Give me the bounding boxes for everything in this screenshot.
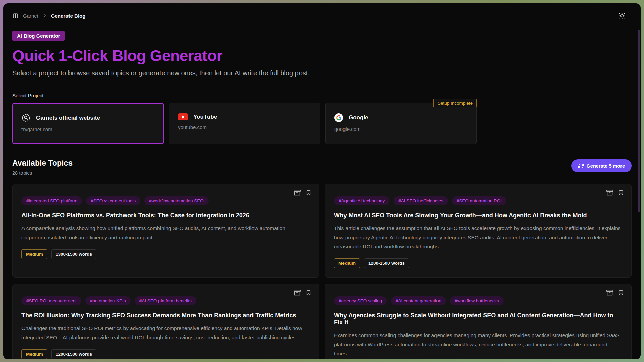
topic-tag: #SEO ROI measurement <box>21 296 81 305</box>
archive-icon[interactable] <box>606 189 613 196</box>
select-project-label: Select Project <box>12 93 632 98</box>
setup-incomplete-badge: Setup Incomplete <box>433 99 477 107</box>
word-count-badge: 1200-1500 words <box>51 349 96 359</box>
archive-icon[interactable] <box>294 189 301 196</box>
project-name: Garnets official website <box>36 115 100 121</box>
search-scan-icon <box>21 113 31 122</box>
topic-tag: #agency SEO scaling <box>334 296 387 305</box>
topic-description: Challenges the traditional SEO ROI metri… <box>21 324 310 342</box>
generate-more-button[interactable]: Generate 5 more <box>571 159 632 172</box>
topic-card[interactable]: #SEO ROI measurement#automation KPIs#AI … <box>12 284 319 359</box>
topic-title: All-in-One SEO Platforms vs. Patchwork T… <box>21 212 310 219</box>
gradient-background: Garnet Generate Blog AI Blog Generator Q… <box>0 0 644 362</box>
bookmark-icon[interactable] <box>618 189 624 196</box>
difficulty-badge: Medium <box>334 258 360 268</box>
topic-card[interactable]: #Agentic AI technology#AI SEO inefficien… <box>325 184 632 278</box>
chevron-right-icon <box>42 13 47 18</box>
scrollbar-thumb[interactable] <box>638 30 640 212</box>
topic-grid: #integrated SEO platform#SEO vs content … <box>12 184 632 359</box>
difficulty-badge: Medium <box>21 349 47 359</box>
project-section: Select Project Garnets official website <box>12 93 632 144</box>
archive-icon[interactable] <box>606 289 613 296</box>
topic-tag: #workflow bottlenecks <box>450 296 504 305</box>
project-card[interactable]: Setup Incomplete Google google.com <box>325 103 477 144</box>
refresh-icon <box>578 163 584 169</box>
project-domain: google.com <box>334 126 468 132</box>
topics-section: Available Topics 28 topics Generate 5 mo… <box>12 159 632 359</box>
topic-tag: #AI content generation <box>391 296 446 305</box>
google-icon <box>334 113 343 122</box>
sidebar-toggle-icon[interactable] <box>12 13 19 19</box>
generate-more-label: Generate 5 more <box>587 163 625 169</box>
project-domain: trygarnet.com <box>21 126 155 132</box>
topic-tag: #Agentic AI technology <box>334 196 389 205</box>
bookmark-icon[interactable] <box>618 289 624 296</box>
topic-description: Examines common scaling challenges for a… <box>334 331 623 358</box>
topic-tag: #SEO vs content tools <box>86 196 140 205</box>
topic-tag: #integrated SEO platform <box>21 196 82 205</box>
bookmark-icon[interactable] <box>306 289 311 296</box>
project-grid: Garnets official website trygarnet.com <box>12 103 632 144</box>
project-card[interactable]: YouTube youtube.com <box>169 103 320 144</box>
theme-toggle-sun-icon[interactable] <box>618 12 626 19</box>
topic-tags: #SEO ROI measurement#automation KPIs#AI … <box>21 296 310 305</box>
hero-section: AI Blog Generator Quick 1-Click Blog Gen… <box>12 31 632 77</box>
topic-tag: #SEO automation ROI <box>452 196 506 205</box>
project-name: Google <box>349 114 368 121</box>
breadcrumb: Garnet Generate Blog <box>12 13 85 19</box>
topic-tags: #integrated SEO platform#SEO vs content … <box>21 196 310 205</box>
available-topics-heading: Available Topics <box>12 159 73 168</box>
word-count-badge: 1200-1500 words <box>364 258 409 268</box>
topic-title: Why Agencies Struggle to Scale Without I… <box>334 312 623 326</box>
archive-icon[interactable] <box>294 289 301 296</box>
topic-tag: #workflow automation SEO <box>144 196 209 205</box>
project-domain: youtube.com <box>178 124 311 130</box>
app-panel: Garnet Generate Blog AI Blog Generator Q… <box>3 3 641 359</box>
topic-description: This article challenges the assumption t… <box>334 224 623 251</box>
difficulty-badge: Medium <box>21 249 47 259</box>
topic-card[interactable]: #integrated SEO platform#SEO vs content … <box>12 184 319 278</box>
top-bar: Garnet Generate Blog <box>12 11 632 20</box>
topic-tags: #Agentic AI technology#AI SEO inefficien… <box>334 196 623 205</box>
project-name: YouTube <box>193 114 217 120</box>
breadcrumb-root[interactable]: Garnet <box>23 13 38 19</box>
youtube-icon <box>178 113 188 120</box>
bookmark-icon[interactable] <box>306 189 311 196</box>
topic-title: The ROI Illusion: Why Tracking SEO Succe… <box>21 312 310 319</box>
topic-title: Why Most AI SEO Tools Are Slowing Your G… <box>334 212 623 219</box>
page-badge: AI Blog Generator <box>12 31 65 41</box>
topic-card[interactable]: #agency SEO scaling#AI content generatio… <box>325 284 632 359</box>
topic-tag: #AI SEO platform benefits <box>135 296 196 305</box>
topic-description: A comparative analysis showing how unifi… <box>21 224 310 242</box>
breadcrumb-current: Generate Blog <box>51 13 86 19</box>
word-count-badge: 1300-1500 words <box>51 249 96 259</box>
topic-tag: #AI SEO inefficiencies <box>394 196 448 205</box>
topics-count: 28 topics <box>12 170 73 176</box>
page-title: Quick 1-Click Blog Generator <box>12 47 632 65</box>
topic-tag: #automation KPIs <box>85 296 131 305</box>
topic-tags: #agency SEO scaling#AI content generatio… <box>334 296 623 305</box>
project-card[interactable]: Garnets official website trygarnet.com <box>12 103 164 144</box>
page-subtitle: Select a project to browse saved topics … <box>12 69 632 77</box>
